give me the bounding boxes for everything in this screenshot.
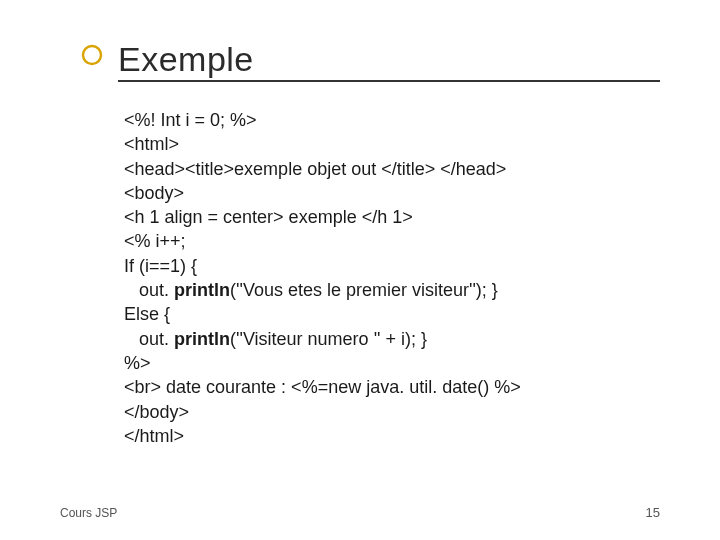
title-underline [118, 80, 660, 82]
footer-left: Cours JSP [60, 506, 117, 520]
code-keyword: println [174, 329, 230, 349]
title-wrap: Exemple [118, 40, 660, 82]
code-line: Else { [124, 304, 170, 324]
slide-title: Exemple [118, 40, 660, 79]
page-number: 15 [646, 505, 660, 520]
svg-point-0 [83, 46, 101, 64]
code-line: out. [124, 329, 174, 349]
slide: Exemple <%! Int i = 0; %> <html> <head><… [0, 0, 720, 540]
code-line: (''Visiteur numero '' + i); } [230, 329, 427, 349]
code-line: <head><title>exemple objet out </title> … [124, 159, 506, 179]
code-line: </html> [124, 426, 184, 446]
code-line: <h 1 align = center> exemple </h 1> [124, 207, 413, 227]
code-line: <br> date courante : <%=new java. util. … [124, 377, 521, 397]
code-line: If (i==1) { [124, 256, 197, 276]
code-block: <%! Int i = 0; %> <html> <head><title>ex… [124, 108, 660, 448]
code-line: <%! Int i = 0; %> [124, 110, 257, 130]
code-line: %> [124, 353, 151, 373]
code-line: out. [124, 280, 174, 300]
code-line: (''Vous etes le premier visiteur''); } [230, 280, 498, 300]
circle-bullet-icon [80, 43, 104, 71]
code-keyword: println [174, 280, 230, 300]
code-line: <% i++; [124, 231, 186, 251]
code-line: <body> [124, 183, 184, 203]
title-row: Exemple [80, 40, 660, 82]
code-line: </body> [124, 402, 189, 422]
code-line: <html> [124, 134, 179, 154]
